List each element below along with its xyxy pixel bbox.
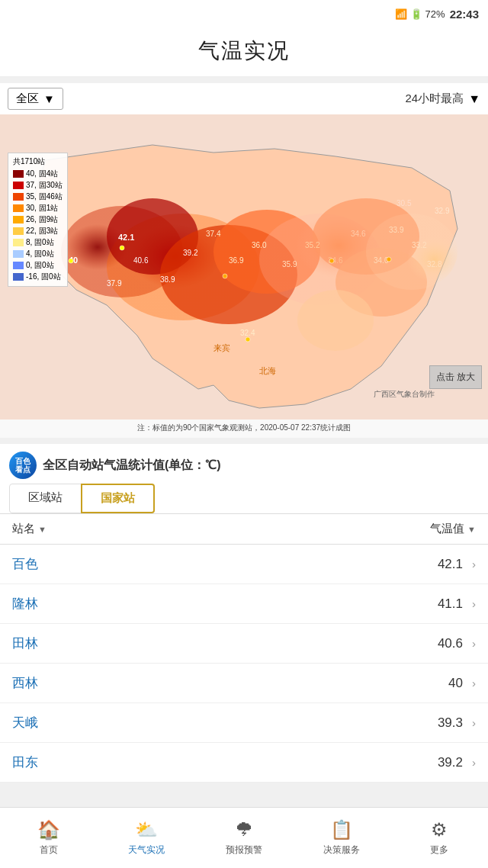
temp-value-1: 42.1 <box>438 557 463 572</box>
legend-item-0: 0, 固0站 <box>13 260 63 271</box>
status-icons: 📶 🔋 72% <box>395 8 445 20</box>
signal-icon: 📶 <box>395 8 407 20</box>
temp-value-6: 39.2 <box>438 755 463 770</box>
table-row[interactable]: 天峨 39.3 › <box>0 703 488 743</box>
table-row[interactable]: 西林 40 › <box>0 664 488 703</box>
legend-color-neg16 <box>13 273 24 281</box>
row-arrow-2: › <box>472 597 476 610</box>
legend-color-40 <box>13 170 24 178</box>
nav-more[interactable]: ⚙ 更多 <box>390 808 488 868</box>
legend-item-35: 35, 固46站 <box>13 191 63 202</box>
nav-home-label: 首页 <box>40 844 58 857</box>
svg-text:广西区气象台制作: 广西区气象台制作 <box>374 390 435 398</box>
legend-color-35 <box>13 193 24 201</box>
svg-text:北海: 北海 <box>259 366 276 375</box>
svg-point-34 <box>69 259 73 263</box>
svg-text:33.2: 33.2 <box>412 241 427 249</box>
svg-text:32.4: 32.4 <box>240 329 255 337</box>
temp-value-row-2: 41.1 › <box>438 596 476 612</box>
row-arrow-6: › <box>472 756 476 769</box>
logo: 百色看点 <box>9 452 37 479</box>
station-name-5: 天峨 <box>12 714 38 731</box>
region-dropdown[interactable]: 全区 ▼ <box>8 88 63 110</box>
table-row[interactable]: 隆林 41.1 › <box>0 584 488 624</box>
map-note: 注：标值的为90个国家气象观测站，2020-05-07 22:37统计成图 <box>137 423 351 432</box>
svg-point-37 <box>387 257 391 262</box>
svg-point-36 <box>329 259 334 263</box>
zoom-button[interactable]: 点击 放大 <box>429 365 482 389</box>
time-selector[interactable]: 24小时最高 ▼ <box>405 92 480 106</box>
table-row[interactable]: 百色 42.1 › <box>0 545 488 584</box>
legend-color-26 <box>13 216 24 223</box>
nav-weather[interactable]: ⛅ 天气实况 <box>98 808 195 868</box>
battery-icon: 🔋 <box>410 8 422 20</box>
svg-text:33.9: 33.9 <box>389 226 404 234</box>
table-header: 站名 ▼ 气温值 ▼ <box>0 514 488 545</box>
tab-national[interactable]: 国家站 <box>81 484 155 513</box>
nav-weather-label: 天气实况 <box>128 844 165 857</box>
page-title-bar: 气温实况 <box>0 27 488 77</box>
data-section: 百色看点 全区自动站气温统计值(单位：℃) 区域站 国家站 站名 ▼ 气温值 ▼ <box>0 444 488 783</box>
row-arrow-1: › <box>472 558 476 571</box>
station-name-6: 田东 <box>12 754 38 771</box>
temp-value-row-1: 42.1 › <box>438 557 476 572</box>
nav-home[interactable]: 🏠 首页 <box>0 808 98 868</box>
legend-color-37 <box>13 182 24 189</box>
legend-color-30 <box>13 204 24 212</box>
legend-color-8 <box>13 239 24 246</box>
status-bar: 📶 🔋 72% 22:43 <box>0 0 488 27</box>
table-row[interactable]: 田东 39.2 › <box>0 743 488 783</box>
svg-text:42.1: 42.1 <box>118 233 134 242</box>
svg-text:32.9: 32.9 <box>435 207 450 215</box>
temp-value-row-5: 39.3 › <box>438 715 476 731</box>
nav-forecast[interactable]: 🌩 预报预警 <box>195 808 293 868</box>
dropdown-arrow-icon: ▼ <box>43 92 55 105</box>
svg-text:37.4: 37.4 <box>206 230 221 238</box>
map-controls: 全区 ▼ 24小时最高 ▼ <box>0 83 488 114</box>
temp-value-4: 40 <box>448 676 463 691</box>
clock: 22:43 <box>450 8 479 21</box>
temp-value-row-6: 39.2 › <box>438 755 476 770</box>
nav-decision[interactable]: 📋 决策服务 <box>293 808 390 868</box>
time-label: 24小时最高 <box>405 92 464 106</box>
station-name-1: 百色 <box>12 555 38 573</box>
temp-col-header[interactable]: 气温值 ▼ <box>430 522 476 536</box>
svg-point-38 <box>246 337 250 342</box>
temp-value-2: 41.1 <box>438 596 463 612</box>
row-arrow-3: › <box>472 637 476 650</box>
row-arrow-5: › <box>472 716 476 729</box>
map-section: 全区 ▼ 24小时最高 ▼ <box>0 83 488 438</box>
legend-title: 共1710站 <box>13 156 63 167</box>
legend-item-37: 37, 固30站 <box>13 180 63 191</box>
svg-text:35.9: 35.9 <box>282 260 297 268</box>
svg-point-35 <box>223 274 227 278</box>
station-sort-icon: ▼ <box>38 525 47 534</box>
station-name-4: 西林 <box>12 674 38 692</box>
legend-item-40: 40, 固4站 <box>13 169 63 179</box>
svg-text:39.2: 39.2 <box>183 249 198 257</box>
station-col-header[interactable]: 站名 ▼ <box>12 522 47 536</box>
svg-text:40.6: 40.6 <box>133 256 149 265</box>
region-label: 全区 <box>16 92 39 106</box>
temp-value-row-4: 40 › <box>448 676 476 691</box>
temp-value-3: 40.6 <box>438 636 463 651</box>
legend-color-4 <box>13 250 24 258</box>
tabs-row: 区域站 国家站 <box>0 484 488 514</box>
svg-text:30.5: 30.5 <box>396 199 412 207</box>
svg-text:34.6: 34.6 <box>351 230 366 238</box>
table-row[interactable]: 田林 40.6 › <box>0 624 488 664</box>
data-header: 百色看点 全区自动站气温统计值(单位：℃) <box>0 444 488 484</box>
svg-text:来宾: 来宾 <box>214 343 230 352</box>
more-icon: ⚙ <box>431 819 448 841</box>
station-name-2: 隆林 <box>12 595 38 612</box>
home-icon: 🏠 <box>37 819 60 841</box>
legend-item-8: 8, 固0站 <box>13 237 63 248</box>
logo-text: 百色看点 <box>15 457 30 474</box>
svg-text:34.0: 34.0 <box>374 256 389 265</box>
nav-more-label: 更多 <box>430 844 448 857</box>
tab-area[interactable]: 区域站 <box>9 484 82 513</box>
legend-box: 共1710站 40, 固4站 37, 固30站 35, 固46站 30, 固1站 <box>8 153 68 287</box>
legend-item-neg16: -16, 固0站 <box>13 272 63 282</box>
nav-decision-label: 决策服务 <box>323 844 360 857</box>
svg-point-33 <box>120 246 124 250</box>
